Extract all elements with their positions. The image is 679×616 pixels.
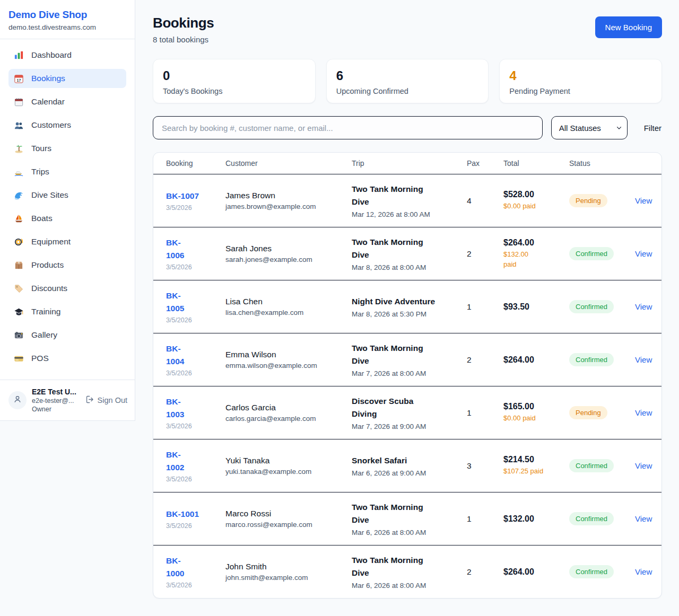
booking-id-link[interactable]: BK- 1000 <box>166 555 220 580</box>
booking-date: 3/5/2026 <box>166 423 220 430</box>
view-link[interactable]: View <box>635 196 652 205</box>
table-header: BookingCustomerTripPaxTotalStatus <box>153 153 661 174</box>
stats-row: 0 Today's Bookings 6 Upcoming Confirmed … <box>153 59 662 103</box>
booking-id-link[interactable]: BK-1001 <box>166 508 220 521</box>
stat-value: 0 <box>163 68 306 83</box>
total-amount: $93.50 <box>503 302 564 312</box>
sidebar-item-pos[interactable]: POS <box>8 349 126 368</box>
sidebar-item-calendar[interactable]: Calendar <box>8 92 126 111</box>
view-link[interactable]: View <box>635 249 652 258</box>
trip-datetime: Mar 8, 2026 at 5:30 PM <box>352 310 462 318</box>
new-booking-button[interactable]: New Booking <box>595 16 662 38</box>
sidebar-item-label: Dashboard <box>31 50 72 60</box>
sidebar-item-label: Training <box>31 307 60 316</box>
view-link[interactable]: View <box>635 461 652 470</box>
tours-icon <box>14 144 24 154</box>
sidebar-item-label: POS <box>31 354 49 363</box>
view-cell: View <box>635 249 654 259</box>
status-cell: Confirmed <box>569 300 635 313</box>
bookings-icon: 17 <box>14 74 24 84</box>
status-badge: Confirmed <box>569 565 614 578</box>
customer-name: Sarah Jones <box>225 244 346 253</box>
status-cell: Confirmed <box>569 565 635 578</box>
booking-id-link[interactable]: BK- 1002 <box>166 448 220 474</box>
sidebar-item-products[interactable]: Products <box>8 256 126 275</box>
sidebar-item-trips[interactable]: Trips <box>8 162 126 181</box>
sidebar-item-equipment[interactable]: Equipment <box>8 232 126 251</box>
customer-cell: Lisa Chen lisa.chen@example.com <box>225 297 352 316</box>
sidebar-item-label: Boats <box>31 214 53 223</box>
user-role: Owner <box>32 406 76 413</box>
trip-datetime: Mar 6, 2026 at 8:00 AM <box>352 582 462 589</box>
customer-name: Marco Rossi <box>225 509 346 518</box>
user-avatar <box>8 391 27 409</box>
boats-icon <box>14 214 24 224</box>
booking-id-link[interactable]: BK- 1006 <box>166 236 220 262</box>
paid-amount: $0.00 paid <box>503 413 564 423</box>
sidebar-item-gallery[interactable]: Gallery <box>8 325 126 345</box>
view-link[interactable]: View <box>635 302 652 311</box>
status-badge: Confirmed <box>569 512 614 525</box>
stat-label: Pending Payment <box>509 87 652 95</box>
booking-id-link[interactable]: BK- 1005 <box>166 289 220 315</box>
booking-id-link[interactable]: BK-1007 <box>166 190 220 203</box>
products-icon <box>14 260 24 270</box>
status-badge: Confirmed <box>569 459 614 472</box>
total-amount: $214.50 <box>503 455 564 464</box>
user-info: E2E Test U... e2e-tester@... Owner <box>32 388 76 413</box>
page-title-block: Bookings 8 total bookings <box>153 15 214 44</box>
status-badge: Pending <box>569 194 607 207</box>
status-cell: Pending <box>569 406 635 419</box>
view-cell: View <box>635 567 654 577</box>
sidebar-item-dashboard[interactable]: Dashboard <box>8 46 126 65</box>
paid-amount: $107.25 paid <box>503 467 564 476</box>
trip-name: Discover Scuba Diving <box>352 395 462 420</box>
trip-datetime: Mar 8, 2026 at 8:00 AM <box>352 263 462 271</box>
trip-datetime: Mar 7, 2026 at 9:00 AM <box>352 423 462 430</box>
filter-button[interactable]: Filter <box>644 124 661 133</box>
svg-text:17: 17 <box>17 78 21 82</box>
total-amount: $528.00 <box>503 190 564 199</box>
sidebar-item-discounts[interactable]: Discounts <box>8 279 126 298</box>
stat-card: 6 Upcoming Confirmed <box>326 59 489 103</box>
booking-date: 3/5/2026 <box>166 369 220 377</box>
view-cell: View <box>635 355 654 365</box>
status-badge: Confirmed <box>569 247 614 260</box>
trip-name: Two Tank Morning Dive <box>352 236 462 261</box>
trip-datetime: Mar 12, 2026 at 8:00 AM <box>352 210 462 218</box>
pax-count: 2 <box>467 355 503 365</box>
total-cell: $214.50 $107.25 paid <box>503 455 569 476</box>
total-amount: $264.00 <box>503 238 564 248</box>
sidebar-item-dive-sites[interactable]: Dive Sites <box>8 186 126 205</box>
sign-out-button[interactable]: Sign Out <box>85 395 127 406</box>
pos-icon <box>14 354 24 364</box>
sign-out-icon <box>85 395 94 406</box>
calendar-icon <box>14 97 24 107</box>
customer-name: James Brown <box>225 191 346 200</box>
customer-email: emma.wilson@example.com <box>225 362 346 369</box>
trip-datetime: Mar 7, 2026 at 8:00 AM <box>352 369 462 377</box>
gallery-icon <box>14 330 24 340</box>
view-link[interactable]: View <box>635 514 652 523</box>
search-input[interactable] <box>153 116 543 139</box>
view-link[interactable]: View <box>635 355 652 364</box>
sidebar-item-bookings[interactable]: 17 Bookings <box>8 69 126 88</box>
sidebar-item-training[interactable]: Training <box>8 302 126 321</box>
sidebar-item-tours[interactable]: Tours <box>8 139 126 158</box>
view-link[interactable]: View <box>635 408 652 417</box>
status-select[interactable]: All Statuses <box>551 116 628 139</box>
user-email: e2e-tester@... <box>32 397 76 404</box>
paid-amount: $0.00 paid <box>503 201 564 211</box>
customer-name: Lisa Chen <box>225 297 346 306</box>
booking-id-link[interactable]: BK- 1003 <box>166 395 220 421</box>
trip-cell: Night Dive Adventure Mar 8, 2026 at 5:30… <box>352 295 467 318</box>
dive-sites-icon <box>14 190 24 200</box>
sidebar-item-customers[interactable]: Customers <box>8 116 126 135</box>
trip-name: Two Tank Morning Dive <box>352 554 462 579</box>
booking-id-link[interactable]: BK- 1004 <box>166 342 220 368</box>
trip-name: Two Tank Morning Dive <box>352 183 462 208</box>
sidebar-item-boats[interactable]: Boats <box>8 209 126 228</box>
view-link[interactable]: View <box>635 567 652 576</box>
pax-count: 1 <box>467 514 503 524</box>
pax-count: 3 <box>467 461 503 471</box>
